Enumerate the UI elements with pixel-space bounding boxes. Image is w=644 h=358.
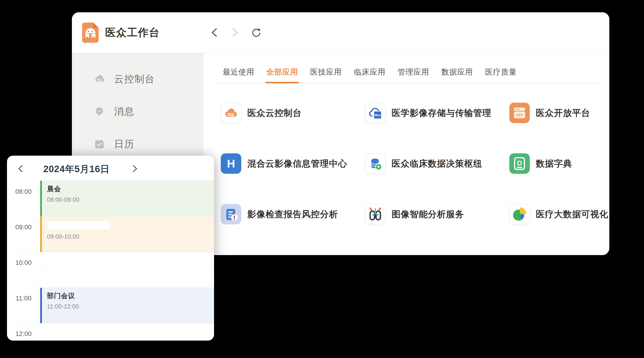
calendar-body: 晨会 08:00-09:00 09:00-10:00 部门会议 11:00-12… bbox=[7, 181, 214, 340]
svg-text:</>: </> bbox=[516, 112, 523, 118]
calendar-header: 2024年5月16日 bbox=[7, 156, 214, 181]
nav-group bbox=[209, 27, 261, 38]
chevron-right-icon bbox=[232, 28, 239, 37]
hour-line bbox=[7, 288, 214, 288]
app-big-data-visualization[interactable]: 医疗大数据可视化 bbox=[509, 204, 608, 224]
app-label: 医众开放平台 bbox=[536, 107, 590, 119]
app-label: 混合云影像信息管理中心 bbox=[247, 158, 347, 170]
tab-strip: 最近使用 全部应用 医技应用 临床应用 管理应用 数据应用 医疗质量 bbox=[214, 68, 602, 83]
half-hour-line bbox=[40, 270, 214, 270]
tab-admin-apps[interactable]: 管理应用 bbox=[398, 68, 429, 83]
sidebar-item-cloud-console[interactable]: 云控制台 bbox=[94, 63, 203, 95]
calendar-event-morning-meeting[interactable]: 晨会 08:00-09:00 bbox=[40, 181, 214, 216]
app-data-dictionary[interactable]: D 数据字典 bbox=[509, 153, 608, 174]
event-time: 09:00-10:00 bbox=[47, 233, 214, 240]
window-header: 医众工作台 bbox=[72, 12, 609, 53]
event-time: 11:00-12:00 bbox=[47, 303, 214, 310]
report-alert-icon bbox=[221, 204, 241, 224]
calendar-check-icon bbox=[94, 139, 105, 149]
app-label: 医疗大数据可视化 bbox=[536, 208, 608, 220]
code-window-icon: </> bbox=[509, 103, 530, 123]
sidebar-item-messages[interactable]: 消息 bbox=[94, 95, 203, 128]
app-logo-icon bbox=[82, 22, 99, 43]
back-button[interactable] bbox=[209, 27, 220, 38]
time-column-divider bbox=[40, 181, 40, 340]
app-cloud-console[interactable]: 医众云控制台 bbox=[221, 103, 365, 123]
hour-line bbox=[7, 216, 214, 217]
tab-all-apps[interactable]: 全部应用 bbox=[266, 68, 298, 83]
message-bubble-icon bbox=[94, 106, 105, 117]
calendar-next-day-button[interactable] bbox=[130, 164, 140, 174]
chevron-left-icon bbox=[211, 28, 218, 37]
app-label: 影像检查报告风控分析 bbox=[247, 208, 338, 220]
database-plus-icon bbox=[365, 153, 386, 174]
app-clinical-data-hub[interactable]: 医众临床数据决策枢纽 bbox=[365, 153, 509, 174]
event-time: 08:00-09:00 bbox=[47, 196, 214, 203]
svg-text:D: D bbox=[517, 159, 522, 167]
calendar-event-department-meeting[interactable]: 部门会议 11:00-12:00 bbox=[40, 288, 214, 323]
app-label: 医众临床数据决策枢纽 bbox=[392, 158, 482, 170]
app-label: 医学影像存储与传输管理 bbox=[392, 107, 492, 119]
calendar-date-title: 2024年5月16日 bbox=[37, 163, 116, 176]
sidebar-item-label: 日历 bbox=[114, 138, 134, 151]
event-title: 部门会议 bbox=[47, 291, 214, 301]
calendar-prev-day-button[interactable] bbox=[15, 164, 26, 174]
app-image-ai-analysis[interactable]: 图像智能分析服务 bbox=[365, 204, 509, 224]
app-title: 医众工作台 bbox=[105, 25, 160, 39]
calendar-panel: 2024年5月16日 晨会 08:00-09:00 09:00-10:00 部门… bbox=[7, 156, 214, 341]
sidebar-item-label: 云控制台 bbox=[114, 72, 155, 85]
app-hybrid-cloud-center[interactable]: H 混合云影像信息管理中心 bbox=[221, 153, 365, 174]
app-open-platform[interactable]: </> 医众开放平台 bbox=[509, 103, 608, 123]
orange-cloud-sliders-icon bbox=[221, 103, 241, 123]
event-title: 晨会 bbox=[47, 184, 214, 194]
app-image-storage-mas[interactable]: Mas 医学影像存储与传输管理 bbox=[365, 103, 509, 123]
hour-line bbox=[7, 252, 214, 252]
tab-data-apps[interactable]: 数据应用 bbox=[441, 68, 473, 83]
tab-recent[interactable]: 最近使用 bbox=[223, 68, 254, 83]
green-dictionary-icon: D bbox=[509, 153, 530, 174]
calendar-event-redacted[interactable]: 09:00-10:00 bbox=[40, 216, 214, 252]
sidebar-item-calendar[interactable]: 日历 bbox=[94, 128, 203, 160]
blue-cloud-mas-icon: Mas bbox=[365, 103, 386, 123]
svg-text:Mas: Mas bbox=[374, 113, 380, 117]
app-report-risk-analysis[interactable]: 影像检查报告风控分析 bbox=[221, 204, 365, 224]
chevron-right-icon bbox=[132, 165, 138, 173]
app-label: 图像智能分析服务 bbox=[392, 208, 464, 220]
hour-line bbox=[7, 323, 214, 323]
time-label: 12:00 bbox=[7, 330, 40, 338]
forward-button[interactable] bbox=[230, 27, 240, 38]
time-label: 08:00 bbox=[7, 188, 40, 195]
blue-h-icon: H bbox=[221, 153, 241, 174]
app-label: 数据字典 bbox=[536, 158, 572, 170]
app-grid: 医众云控制台 Mas 医学影像存储与传输管理 bbox=[221, 103, 602, 224]
tab-clinical-apps[interactable]: 临床应用 bbox=[354, 68, 386, 83]
content-area: 最近使用 全部应用 医技应用 临床应用 管理应用 数据应用 医疗质量 bbox=[203, 53, 609, 255]
refresh-button[interactable] bbox=[251, 27, 261, 38]
time-label: 10:00 bbox=[7, 259, 40, 266]
tab-quality[interactable]: 医疗质量 bbox=[485, 68, 517, 83]
sidebar-item-label: 消息 bbox=[114, 105, 134, 118]
time-label: 09:00 bbox=[7, 223, 40, 231]
refresh-icon bbox=[251, 27, 261, 38]
app-label: 医众云控制台 bbox=[247, 107, 302, 119]
cloud-console-icon bbox=[94, 74, 105, 84]
chevron-left-icon bbox=[18, 165, 23, 173]
event-title-placeholder bbox=[47, 221, 110, 229]
lungs-icon bbox=[365, 204, 386, 224]
time-label: 11:00 bbox=[7, 295, 40, 302]
tab-medtech-apps[interactable]: 医技应用 bbox=[310, 68, 342, 83]
pie-chart-icon bbox=[509, 204, 530, 224]
